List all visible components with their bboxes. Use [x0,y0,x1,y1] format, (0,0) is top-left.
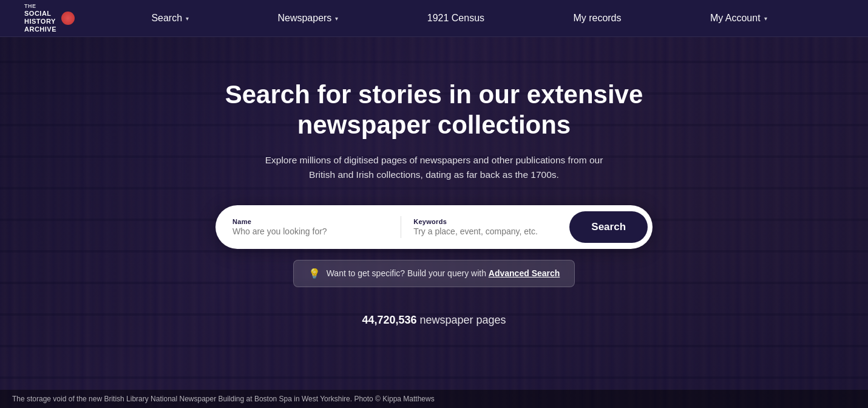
nav-my-account-label: My Account [710,13,761,24]
keywords-input[interactable] [413,226,569,236]
logo-text-archive: ARCHIVE [24,25,56,33]
main-content: Search for stories in our extensive news… [0,37,868,327]
nav-items: Search ▾ Newspapers ▾ 1921 Census My rec… [75,0,844,37]
nav-search[interactable]: Search ▾ [139,0,201,37]
keywords-label: Keywords [413,218,569,225]
logo-text-social: SOCIAL [24,10,56,18]
nav-census-label: 1921 Census [427,13,484,24]
advanced-search-hint: 💡 Want to get specific? Build your query… [293,260,575,287]
logo[interactable]: The SOCIAL HISTORY ARCHIVE [24,3,75,33]
nav-search-chevron: ▾ [186,15,189,22]
nav-my-account[interactable]: My Account ▾ [698,0,779,37]
nav-my-records[interactable]: My records [561,0,633,37]
name-label: Name [232,218,388,225]
nav-newspapers-chevron: ▾ [335,15,338,22]
keywords-field: Keywords [413,218,569,236]
nav-my-account-chevron: ▾ [764,15,767,22]
logo-text: The [24,3,56,10]
hero-title: Search for stories in our extensive news… [222,80,646,141]
stats-text: 44,720,536 newspaper pages [362,314,506,327]
nav-census[interactable]: 1921 Census [415,0,497,37]
nav-search-label: Search [151,13,182,24]
logo-circle [61,12,75,25]
search-button[interactable]: Search [569,211,648,243]
name-field: Name [232,218,388,236]
logo-text-history: HISTORY [24,18,56,25]
lightbulb-icon: 💡 [308,268,320,279]
nav-my-records-label: My records [573,13,621,24]
hint-text: Want to get specific? Build your query w… [327,268,560,278]
nav-newspapers-label: Newspapers [277,13,331,24]
search-box: Name Keywords Search [215,205,653,249]
footer-credit: The storage void of the new British Libr… [0,390,868,408]
stats-count: 44,720,536 [362,314,416,326]
search-field-divider [401,216,401,238]
navbar: The SOCIAL HISTORY ARCHIVE Search ▾ News… [0,0,868,37]
name-input[interactable] [232,226,388,236]
hero-subtitle: Explore millions of digitised pages of n… [264,153,604,182]
nav-newspapers[interactable]: Newspapers ▾ [265,0,350,37]
advanced-search-link[interactable]: Advanced Search [489,268,560,278]
